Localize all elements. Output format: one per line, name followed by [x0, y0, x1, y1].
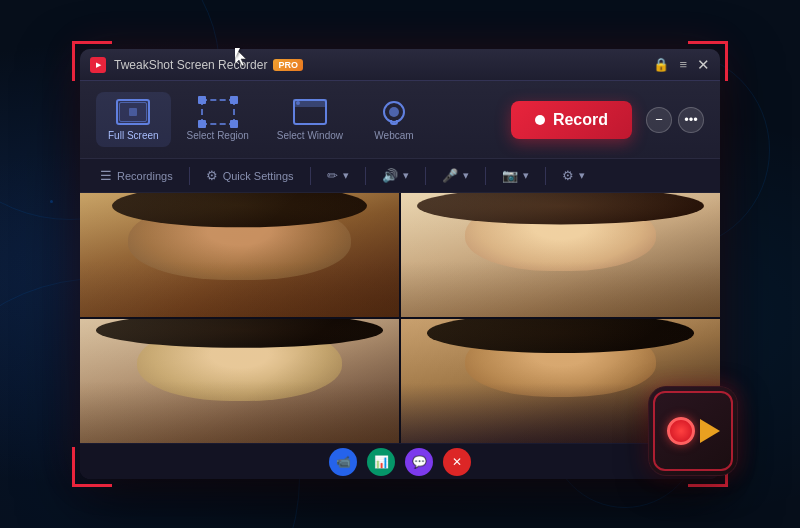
- separator-2: [310, 167, 311, 185]
- webcam-settings-item[interactable]: 📷 ▾: [494, 164, 537, 187]
- annotation-icon: ✏: [327, 168, 338, 183]
- separator-3: [365, 167, 366, 185]
- bracket-tr: [688, 41, 728, 81]
- more-button[interactable]: •••: [678, 107, 704, 133]
- settings-bar: ☰ Recordings ⚙ Quick Settings ✏ ▾ 🔊 ▾: [80, 159, 720, 193]
- recordings-icon: ☰: [100, 168, 112, 183]
- pro-badge: PRO: [273, 59, 303, 71]
- app-wrapper: TweakShot Screen Recorder PRO 🔒 ≡ ✕: [80, 49, 720, 479]
- webcam-icon: [376, 98, 412, 126]
- menu-icon[interactable]: ≡: [679, 57, 687, 72]
- quick-settings-label: Quick Settings: [223, 170, 294, 182]
- app-icon-camera: [667, 417, 720, 445]
- mic-item[interactable]: 🎤 ▾: [434, 164, 477, 187]
- select-window-label: Select Window: [277, 130, 343, 141]
- app-icon-play-triangle: [700, 419, 720, 443]
- lock-icon[interactable]: 🔒: [653, 57, 669, 72]
- end-button[interactable]: ✕: [443, 448, 471, 476]
- app-icon: [648, 386, 738, 476]
- person-2-lighting: [401, 193, 720, 317]
- recordings-label: Recordings: [117, 170, 173, 182]
- app-title: TweakShot Screen Recorder: [114, 58, 267, 72]
- video-cell-1: [80, 193, 399, 317]
- video-grid: [80, 193, 720, 443]
- recordings-item[interactable]: ☰ Recordings: [92, 164, 181, 187]
- video-cell-3: [80, 319, 399, 443]
- bottom-bar: 📹 📊 💬 ✕: [80, 443, 720, 479]
- separator-4: [425, 167, 426, 185]
- audio-item[interactable]: 🔊 ▾: [374, 164, 417, 187]
- more-settings-item[interactable]: ⚙ ▾: [554, 164, 593, 187]
- stats-button[interactable]: 📊: [367, 448, 395, 476]
- video-icon: 📹: [336, 455, 351, 469]
- bracket-bl: [72, 447, 112, 487]
- separator-6: [545, 167, 546, 185]
- record-button[interactable]: Record: [511, 101, 632, 139]
- minimize-button[interactable]: −: [646, 107, 672, 133]
- app-icon-record-dot: [667, 417, 695, 445]
- select-window-icon: [292, 98, 328, 126]
- mic-icon: 🎤: [442, 168, 458, 183]
- separator-5: [485, 167, 486, 185]
- select-region-label: Select Region: [187, 130, 249, 141]
- quick-settings-icon: ⚙: [206, 168, 218, 183]
- app-icon-inner: [648, 386, 738, 476]
- audio-icon: 🔊: [382, 168, 398, 183]
- toolbar: Full Screen Select Region: [80, 81, 720, 159]
- tool-select-window[interactable]: Select Window: [265, 92, 355, 147]
- webcam-dropdown: ▾: [523, 169, 529, 182]
- tool-webcam[interactable]: Webcam: [359, 92, 429, 147]
- mic-dropdown: ▾: [463, 169, 469, 182]
- audio-dropdown: ▾: [403, 169, 409, 182]
- webcam-settings-icon: 📷: [502, 168, 518, 183]
- full-screen-label: Full Screen: [108, 130, 159, 141]
- tool-select-region[interactable]: Select Region: [175, 92, 261, 147]
- separator-1: [189, 167, 190, 185]
- select-region-icon: [200, 98, 236, 126]
- quick-settings-item[interactable]: ⚙ Quick Settings: [198, 164, 302, 187]
- end-icon: ✕: [452, 455, 462, 469]
- webcam-label: Webcam: [374, 130, 413, 141]
- full-screen-icon: [115, 98, 151, 126]
- record-label: Record: [553, 111, 608, 129]
- video-cell-2: [401, 193, 720, 317]
- chat-button[interactable]: 💬: [405, 448, 433, 476]
- stats-icon: 📊: [374, 455, 389, 469]
- tool-full-screen[interactable]: Full Screen: [96, 92, 171, 147]
- person-3-lighting: [80, 319, 399, 443]
- person-1-lighting: [80, 193, 399, 317]
- chat-icon: 💬: [412, 455, 427, 469]
- bracket-tl: [72, 41, 112, 81]
- more-dropdown: ▾: [579, 169, 585, 182]
- more-settings-icon: ⚙: [562, 168, 574, 183]
- title-bar: TweakShot Screen Recorder PRO 🔒 ≡ ✕: [80, 49, 720, 81]
- record-dot: [535, 115, 545, 125]
- video-button[interactable]: 📹: [329, 448, 357, 476]
- app-window: TweakShot Screen Recorder PRO 🔒 ≡ ✕: [80, 49, 720, 479]
- annotation-item[interactable]: ✏ ▾: [319, 164, 357, 187]
- annotation-dropdown: ▾: [343, 169, 349, 182]
- small-buttons: − •••: [646, 107, 704, 133]
- main-container: TweakShot Screen Recorder PRO 🔒 ≡ ✕: [0, 0, 800, 528]
